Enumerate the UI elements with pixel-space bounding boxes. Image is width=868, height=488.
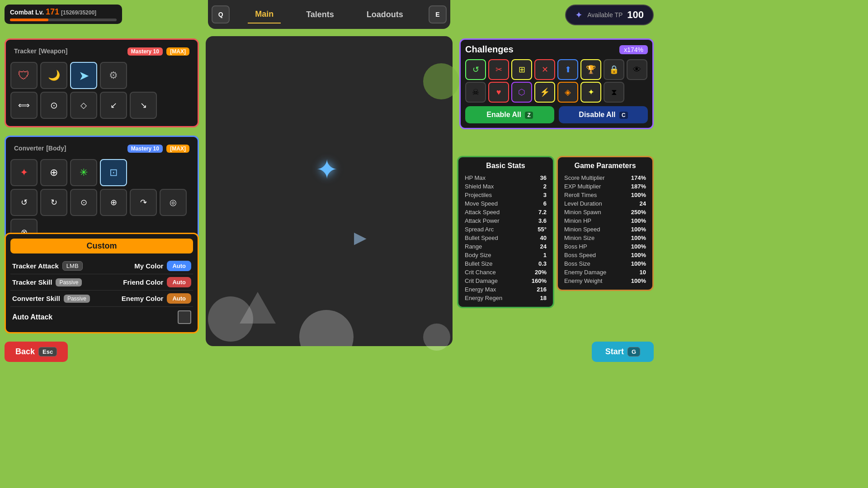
bg-circle [299, 310, 354, 346]
challenge-icon-7[interactable]: 🔒 [604, 59, 624, 80]
param-enemy-weight: Enemy Weight100% [562, 277, 648, 285]
converter-icon-circle[interactable]: ◎ [160, 189, 187, 216]
converter-max: [MAX] [166, 145, 189, 153]
converter-title: Converter [Body] [14, 143, 66, 153]
tracker-icon-arrow[interactable]: ➤ [70, 62, 97, 89]
challenge-icon-14[interactable]: ✦ [580, 82, 601, 103]
param-exp-multiplier: EXP Multiplier187% [562, 182, 648, 191]
xp-fill [10, 19, 48, 21]
back-label: Back [15, 347, 35, 357]
tracker-title: Tracker [Weapon] [14, 46, 67, 56]
param-reroll-times: Reroll Times100% [562, 191, 648, 199]
tab-loadouts[interactable]: Loadouts [359, 6, 410, 23]
custom-header: Custom [10, 239, 193, 253]
challenge-icon-10[interactable]: ♥ [488, 82, 509, 103]
tab-talents[interactable]: Talents [299, 6, 341, 23]
converter-icon-plus[interactable]: ⊕ [100, 189, 127, 216]
stat-attack-speed: Attack Speed7.2 [463, 208, 548, 216]
converter-icon-arc[interactable]: ↷ [130, 189, 157, 216]
tracker-icons-row2: ⟺ ⊙ ◇ ↙ ↘ [10, 92, 193, 119]
tracker-icons-row1: 🛡 🌙 ➤ ⚙ [10, 62, 193, 89]
param-minion-speed: Minion Speed100% [562, 225, 648, 234]
start-key: G [627, 347, 640, 357]
param-boss-speed: Boss Speed100% [562, 251, 648, 259]
challenge-icon-2[interactable]: ✂ [488, 59, 509, 80]
converter-icon-star[interactable]: ✳ [70, 159, 97, 186]
tracker-skill-left: Tracker Skill Passive [12, 278, 82, 286]
combat-xp-display: [15269/35200] [61, 9, 96, 16]
challenge-icon-8[interactable]: 👁 [627, 59, 647, 80]
tracker-icon-diamond[interactable]: ◇ [70, 92, 97, 119]
stat-spread-arc: Spread Arc55° [463, 225, 548, 234]
basic-stats-title: Basic Stats [463, 162, 548, 170]
converter-skill-label: Converter Skill [12, 295, 60, 302]
enemy-color-right: Enemy Color Auto [122, 293, 191, 304]
back-button[interactable]: Back Esc [5, 342, 68, 362]
basic-stats-rows: HP Max36 Shield Max2 Projectiles3 Move S… [463, 174, 548, 302]
converter-icon-square[interactable]: ⊡ [100, 159, 127, 186]
game-area: ✦ ▶ [206, 36, 453, 346]
tracker-icon-dl[interactable]: ↙ [100, 92, 127, 119]
my-color-label: My Color [134, 262, 163, 270]
tracker-panel: Tracker [Weapon] Mastery 10 [MAX] 🛡 🌙 ➤ … [5, 38, 199, 127]
challenge-icon-4[interactable]: ✕ [534, 59, 555, 80]
disable-all-button[interactable]: Disable All C [559, 106, 648, 123]
stat-crit-chance: Crit Chance20% [463, 268, 548, 277]
converter-icon-target2[interactable]: ⊙ [70, 189, 97, 216]
stat-shield-max: Shield Max2 [463, 182, 548, 191]
stat-energy-regen: Energy Regen18 [463, 294, 548, 302]
tracker-attack-left: Tracker Attack LMB [12, 261, 83, 271]
game-params-title: Game Parameters [562, 162, 648, 170]
param-score-multiplier: Score Multiplier174% [562, 174, 648, 182]
custom-row-tracker-attack: Tracker Attack LMB My Color Auto [10, 258, 193, 274]
converter-mastery: Mastery 10 [127, 145, 163, 153]
tracker-icon-gear[interactable]: ⚙ [100, 62, 127, 89]
stat-projectiles: Projectiles3 [463, 191, 548, 199]
tab-main[interactable]: Main [248, 6, 281, 23]
converter-icon-ccw[interactable]: ↺ [10, 189, 38, 216]
e-key-icon[interactable]: E [429, 5, 447, 23]
auto-attack-icon[interactable] [178, 310, 191, 324]
challenge-icon-12[interactable]: ⚡ [534, 82, 555, 103]
challenge-icon-5[interactable]: ⬆ [557, 59, 578, 80]
enemy-color-label: Enemy Color [122, 295, 164, 302]
tracker-icon-arrows[interactable]: ⟺ [10, 92, 38, 119]
tp-icon: ✦ [575, 9, 583, 20]
challenge-icon-11[interactable]: ⬡ [511, 82, 532, 103]
enemy-color-auto-btn[interactable]: Auto [167, 293, 191, 304]
converter-icon-cross[interactable]: ⊕ [40, 159, 67, 186]
enable-all-button[interactable]: Enable All Z [465, 106, 554, 123]
game-params-rows: Score Multiplier174% EXP Multiplier187% … [562, 174, 648, 285]
stat-attack-power: Attack Power3.6 [463, 216, 548, 225]
arrow-indicator: ▶ [354, 228, 367, 247]
custom-row-converter-skill: Converter Skill Passive Enemy Color Auto [10, 291, 193, 307]
param-boss-hp: Boss HP100% [562, 242, 648, 251]
challenge-icon-3[interactable]: ⊞ [511, 59, 532, 80]
challenge-icon-9[interactable]: ☠ [465, 82, 486, 103]
friend-color-auto-btn[interactable]: Auto [167, 277, 191, 287]
param-minion-spawn: Minion Spawn250% [562, 208, 648, 216]
auto-attack-row: Auto Attack [10, 307, 193, 328]
challenge-icon-13[interactable]: ◈ [557, 82, 578, 103]
stat-hp-max: HP Max36 [463, 174, 548, 182]
challenge-icon-1[interactable]: ↺ [465, 59, 486, 80]
converter-icon-bird[interactable]: ✦ [10, 159, 38, 186]
challenge-icons: ↺ ✂ ⊞ ✕ ⬆ 🏆 🔒 👁 ☠ ♥ ⬡ ⚡ ◈ ✦ ⧗ [465, 59, 648, 103]
tracker-icon-target[interactable]: ⊙ [40, 92, 67, 119]
tracker-skill-label: Tracker Skill [12, 278, 52, 286]
my-color-auto-btn[interactable]: Auto [167, 261, 191, 271]
combat-lv-label: Combat Lv. [10, 9, 44, 16]
q-key-icon[interactable]: Q [212, 5, 230, 23]
tracker-attack-label: Tracker Attack [12, 262, 59, 270]
tracker-icon-moon[interactable]: 🌙 [40, 62, 67, 89]
xp-bar [10, 19, 117, 21]
challenge-icon-6[interactable]: 🏆 [580, 59, 601, 80]
stat-bullet-size: Bullet Size0.3 [463, 259, 548, 268]
combat-level-number: 171 [46, 7, 59, 16]
challenge-icon-15[interactable]: ⧗ [604, 82, 624, 103]
start-button[interactable]: Start G [592, 342, 654, 362]
stat-crit-damage: Crit Damage160% [463, 277, 548, 285]
converter-icon-cw[interactable]: ↻ [40, 189, 67, 216]
tracker-icon-shield[interactable]: 🛡 [10, 62, 38, 89]
tracker-icon-dr[interactable]: ↘ [130, 92, 157, 119]
